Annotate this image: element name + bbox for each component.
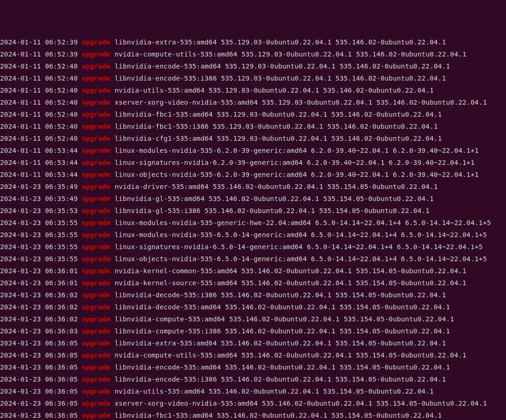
log-line: 2024-01-11 06:52:40 upgrade libnvidia-fb… [0, 108, 506, 120]
package-info: xserver-xorg-video-nvidia-535:amd64 535.… [114, 400, 487, 407]
package-info: libnvidia-encode-535:amd64 535.146.02-0u… [114, 364, 450, 371]
action-keyword: upgrade [82, 207, 111, 214]
timestamp: 2024-01-23 06:36:01 [0, 279, 78, 287]
log-line: 2024-01-11 06:53:44 upgrade linux-object… [0, 169, 506, 181]
timestamp: 2024-01-11 06:52:39 [0, 38, 78, 46]
timestamp: 2024-01-11 06:53:44 [0, 147, 78, 154]
package-info: libnvidia-extra-535:amd64 535.129.03-0ub… [114, 38, 446, 46]
action-keyword: upgrade [82, 159, 111, 166]
action-keyword: upgrade [82, 303, 111, 311]
log-line: 2024-01-11 06:53:44 upgrade linux-signat… [0, 157, 506, 169]
timestamp: 2024-01-23 06:36:03 [0, 327, 78, 335]
log-line: 2024-01-23 06:35:49 upgrade nvidia-drive… [0, 181, 506, 193]
package-info: nvidia-driver-535:amd64 535.146.02-0ubun… [114, 183, 438, 190]
log-line: 2024-01-23 06:36:05 upgrade libnvidia-ex… [0, 337, 506, 349]
action-keyword: upgrade [82, 63, 111, 70]
timestamp: 2024-01-11 06:53:44 [0, 171, 78, 178]
package-info: linux-objects-nvidia-535-6.5.0-14-generi… [114, 255, 487, 263]
timestamp: 2024-01-23 06:36:05 [0, 400, 78, 407]
package-info: linux-modules-nvidia-535-generic-hwe-22.… [114, 219, 491, 226]
log-line: 2024-01-11 06:52:39 upgrade libnvidia-ex… [0, 36, 506, 48]
log-line: 2024-01-23 06:36:03 upgrade libnvidia-co… [0, 325, 506, 337]
log-line: 2024-01-23 06:35:53 upgrade libnvidia-gl… [0, 205, 506, 217]
log-line: 2024-01-23 06:35:55 upgrade linux-module… [0, 217, 506, 229]
package-info: nvidia-kernel-source-535:amd64 535.146.0… [114, 279, 466, 287]
package-info: linux-signatures-nvidia-6.2.0-39-generic… [114, 159, 474, 166]
package-info: nvidia-utils-535:amd64 535.129.03-0ubunt… [114, 87, 434, 94]
package-info: libnvidia-extra-535:amd64 535.146.02-0ub… [114, 339, 446, 347]
log-line: 2024-01-23 06:36:05 upgrade xserver-xorg… [0, 397, 506, 409]
log-line: 2024-01-23 06:35:55 upgrade linux-signat… [0, 241, 506, 253]
package-info: libnvidia-decode-535:i386 535.146.02-0ub… [114, 291, 446, 299]
action-keyword: upgrade [82, 171, 111, 178]
package-info: nvidia-kernel-common-535:amd64 535.146.0… [114, 267, 466, 275]
timestamp: 2024-01-11 06:52:40 [0, 75, 78, 82]
timestamp: 2024-01-11 06:52:40 [0, 99, 78, 106]
action-keyword: upgrade [82, 376, 111, 383]
action-keyword: upgrade [82, 147, 111, 154]
log-line: 2024-01-11 06:52:40 upgrade libnvidia-cf… [0, 132, 506, 144]
timestamp: 2024-01-23 06:35:49 [0, 183, 78, 190]
package-info: linux-signatures-nvidia-6.5.0-14-generic… [114, 243, 483, 251]
timestamp: 2024-01-23 06:36:05 [0, 388, 78, 395]
action-keyword: upgrade [82, 231, 111, 238]
log-line: 2024-01-23 06:36:02 upgrade libnvidia-de… [0, 289, 506, 301]
log-line: 2024-01-23 06:36:01 upgrade nvidia-kerne… [0, 265, 506, 277]
package-info: linux-objects-nvidia-535-6.2.0-39-generi… [114, 171, 479, 178]
terminal-output[interactable]: 2024-01-11 06:52:39 upgrade libnvidia-ex… [0, 36, 506, 420]
package-info: libnvidia-compute-535:amd64 535.146.02-0… [114, 315, 454, 323]
timestamp: 2024-01-23 06:36:05 [0, 364, 78, 371]
log-line: 2024-01-11 06:53:44 upgrade linux-module… [0, 144, 506, 157]
log-line: 2024-01-23 06:36:05 upgrade libnvidia-fb… [0, 409, 506, 420]
timestamp: 2024-01-11 06:52:40 [0, 63, 78, 70]
package-info: libnvidia-fbc1-535:i386 535.129.03-0ubun… [114, 123, 438, 130]
action-keyword: upgrade [82, 364, 111, 371]
action-keyword: upgrade [82, 50, 111, 58]
log-line: 2024-01-23 06:36:05 upgrade libnvidia-en… [0, 373, 506, 385]
action-keyword: upgrade [82, 75, 111, 82]
action-keyword: upgrade [82, 400, 111, 407]
log-line: 2024-01-11 06:52:40 upgrade libnvidia-fb… [0, 120, 506, 132]
package-info: libnvidia-encode-535:i386 535.129.03-0ub… [114, 75, 446, 82]
action-keyword: upgrade [82, 195, 111, 202]
action-keyword: upgrade [82, 412, 111, 419]
action-keyword: upgrade [82, 243, 111, 251]
action-keyword: upgrade [82, 111, 111, 118]
package-info: linux-modules-nvidia-535-6.5.0-14-generi… [114, 231, 487, 238]
package-info: xserver-xorg-video-nvidia-535:amd64 535.… [114, 99, 487, 106]
timestamp: 2024-01-23 06:36:02 [0, 291, 78, 299]
package-info: libnvidia-compute-535:i386 535.146.02-0u… [114, 327, 450, 335]
log-line: 2024-01-23 06:36:05 upgrade nvidia-utils… [0, 385, 506, 397]
package-info: libnvidia-fbc1-535:amd64 535.129.03-0ubu… [114, 111, 442, 118]
action-keyword: upgrade [82, 279, 111, 287]
log-line: 2024-01-11 06:52:40 upgrade libnvidia-en… [0, 72, 506, 84]
log-line: 2024-01-11 06:52:40 upgrade xserver-xorg… [0, 96, 506, 108]
log-line: 2024-01-23 06:35:55 upgrade linux-object… [0, 253, 506, 265]
action-keyword: upgrade [82, 99, 111, 106]
action-keyword: upgrade [82, 315, 111, 323]
action-keyword: upgrade [82, 339, 111, 347]
timestamp: 2024-01-23 06:35:55 [0, 243, 78, 251]
timestamp: 2024-01-23 06:35:53 [0, 207, 78, 214]
log-line: 2024-01-23 06:35:55 upgrade linux-module… [0, 229, 506, 241]
log-line: 2024-01-23 06:36:01 upgrade nvidia-kerne… [0, 277, 506, 289]
timestamp: 2024-01-23 06:36:02 [0, 303, 78, 311]
timestamp: 2024-01-23 06:35:55 [0, 231, 78, 238]
action-keyword: upgrade [82, 123, 111, 130]
log-line: 2024-01-23 06:35:49 upgrade libnvidia-gl… [0, 193, 506, 205]
log-line: 2024-01-23 06:36:02 upgrade libnvidia-de… [0, 301, 506, 313]
package-info: libnvidia-encode-535:amd64 535.129.03-0u… [114, 63, 450, 70]
log-line: 2024-01-23 06:36:05 upgrade libnvidia-en… [0, 361, 506, 373]
timestamp: 2024-01-11 06:52:40 [0, 123, 78, 130]
package-info: nvidia-compute-utils-535:amd64 535.146.0… [114, 351, 466, 359]
timestamp: 2024-01-23 06:36:05 [0, 339, 78, 347]
timestamp: 2024-01-11 06:52:40 [0, 135, 78, 142]
log-line: 2024-01-11 06:52:40 upgrade libnvidia-en… [0, 60, 506, 72]
action-keyword: upgrade [82, 135, 111, 142]
timestamp: 2024-01-23 06:36:05 [0, 376, 78, 383]
action-keyword: upgrade [82, 327, 111, 335]
timestamp: 2024-01-23 06:36:05 [0, 351, 78, 359]
timestamp: 2024-01-23 06:36:05 [0, 412, 78, 419]
log-line: 2024-01-23 06:36:02 upgrade libnvidia-co… [0, 313, 506, 325]
package-info: libnvidia-cfg1-535:amd64 535.129.03-0ubu… [114, 135, 442, 142]
